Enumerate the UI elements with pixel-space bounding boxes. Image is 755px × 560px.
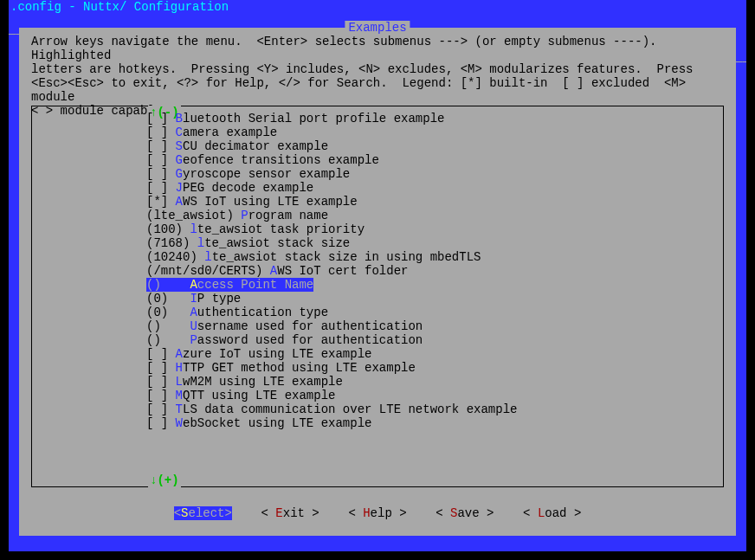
hotkey-char: E xyxy=(275,506,282,520)
menu-item[interactable]: () Password used for authentication xyxy=(32,333,723,347)
button-label: Exit xyxy=(268,506,312,520)
item-label: Program name xyxy=(241,209,328,222)
item-prefix: [ ] xyxy=(146,402,176,416)
hotkey-char: H xyxy=(176,361,183,375)
item-prefix: (100) xyxy=(146,222,190,236)
item-label: Camera example xyxy=(176,126,278,139)
item-prefix: [ ] xyxy=(146,181,176,195)
button-label: Help xyxy=(356,506,399,520)
item-label: WebSocket using LTE example xyxy=(176,416,372,430)
item-prefix: (lte_awsiot) xyxy=(146,209,241,222)
menu-item[interactable]: (7168) lte_awsiot stack size xyxy=(32,236,723,250)
menu-item[interactable]: [ ] WebSocket using LTE example xyxy=(32,416,723,430)
item-prefix: (7168) xyxy=(146,236,197,250)
hotkey-char: B xyxy=(176,112,183,126)
select-button[interactable]: <Select> xyxy=(174,506,232,520)
item-label: SCU decimator example xyxy=(176,139,328,153)
item-prefix: [ ] xyxy=(146,167,176,181)
button-label: Save xyxy=(443,506,487,520)
menu-item[interactable]: [ ] JPEG decode example xyxy=(32,181,723,195)
item-rest: eofence transitions example xyxy=(183,153,379,167)
angle-left-icon: < xyxy=(436,506,442,520)
angle-right-icon: > xyxy=(225,506,232,520)
load-button[interactable]: < Load > xyxy=(523,506,581,520)
menu-item[interactable]: [ ] SCU decimator example xyxy=(32,139,723,153)
menu-item[interactable]: () Access Point Name xyxy=(32,278,723,292)
menu-item[interactable]: [ ] Azure IoT using LTE example xyxy=(32,347,723,361)
scroll-down-indicator: ↓(+) xyxy=(148,473,181,487)
menu-item[interactable]: [ ] LwM2M using LTE example xyxy=(32,375,723,389)
item-label: AWS IoT using LTE example xyxy=(176,195,358,209)
item-label: Password used for authentication xyxy=(190,333,423,347)
menu-item[interactable]: [ ] Gyroscope sensor example xyxy=(32,167,723,181)
item-label: AWS IoT cert folder xyxy=(270,264,409,278)
menu-list: ↑(-) [ ] Bluetooth Serial port profile e… xyxy=(31,106,724,487)
item-prefix: [ ] xyxy=(146,375,176,389)
help-button[interactable]: < Help > xyxy=(348,506,406,520)
item-label: IP type xyxy=(190,292,241,306)
menu-item[interactable]: [*] AWS IoT using LTE example xyxy=(32,195,723,209)
item-rest: QTT using LTE example xyxy=(183,389,335,402)
item-prefix: [ ] xyxy=(146,416,176,430)
menu-item[interactable]: [ ] Geofence transitions example xyxy=(32,153,723,167)
hotkey-char: S xyxy=(176,139,183,153)
menu-item[interactable]: (0) Authentication type xyxy=(32,306,723,319)
item-label: Geofence transitions example xyxy=(176,153,379,167)
item-prefix: [ ] xyxy=(146,389,176,402)
item-prefix: [ ] xyxy=(146,139,176,153)
hotkey-char: M xyxy=(176,389,183,402)
item-label: Bluetooth Serial port profile example xyxy=(176,112,445,126)
item-rest: P type xyxy=(197,292,241,306)
terminal-screen: .config - Nuttx/ Configuration ── → Appl… xyxy=(9,0,746,551)
item-rest: yroscope sensor example xyxy=(183,167,350,181)
menu-item[interactable]: [ ] Bluetooth Serial port profile exampl… xyxy=(32,112,723,126)
item-rest: PEG decode example xyxy=(183,181,313,195)
item-prefix: [ ] xyxy=(146,153,176,167)
save-button[interactable]: < Save > xyxy=(436,506,494,520)
hotkey-char: T xyxy=(176,402,183,416)
hotkey-char: P xyxy=(241,209,248,222)
item-label: lte_awsiot stack size xyxy=(197,236,350,250)
menu-item[interactable]: (/mnt/sd0/CERTS) AWS IoT cert folder xyxy=(32,264,723,278)
item-label: LwM2M using LTE example xyxy=(176,375,343,389)
hotkey-char: G xyxy=(176,167,183,181)
menu-item[interactable]: (100) lte_awsiot task priority xyxy=(32,222,723,236)
hotkey-char: G xyxy=(176,153,183,167)
item-rest: ccess Point Name xyxy=(197,278,313,292)
item-label: Azure IoT using LTE example xyxy=(176,347,372,361)
angle-left-icon: < xyxy=(261,506,268,520)
panel-title: Examples xyxy=(345,21,410,35)
hotkey-char: P xyxy=(190,333,197,347)
menu-item[interactable]: [ ] TLS data communication over LTE netw… xyxy=(32,402,723,416)
exit-button[interactable]: < Exit > xyxy=(261,506,319,520)
item-label: HTTP GET method using LTE example xyxy=(176,361,416,375)
item-label: TLS data communication over LTE network … xyxy=(176,402,518,416)
item-label: Username used for authentication xyxy=(190,319,423,333)
item-rest: zure IoT using LTE example xyxy=(183,347,371,361)
item-rest: CU decimator example xyxy=(183,139,328,153)
menu-item[interactable]: () Username used for authentication xyxy=(32,319,723,333)
menu-item[interactable]: [ ] MQTT using LTE example xyxy=(32,389,723,402)
hotkey-char: I xyxy=(190,292,197,306)
hotkey-char: C xyxy=(176,126,183,139)
item-label: MQTT using LTE example xyxy=(176,389,336,402)
hotkey-char: A xyxy=(270,264,277,278)
hotkey-char: L xyxy=(176,375,183,389)
hotkey-char: A xyxy=(190,278,197,292)
menu-item[interactable]: (lte_awsiot) Program name xyxy=(32,209,723,222)
menu-item[interactable]: [ ] Camera example xyxy=(32,126,723,139)
hotkey-char: l xyxy=(197,236,204,250)
item-label: JPEG decode example xyxy=(176,181,314,195)
item-rest: amera example xyxy=(183,126,277,139)
menu-item[interactable]: (10240) lte_awsiot stack size in using m… xyxy=(32,250,723,264)
menu-item[interactable]: (0) IP type xyxy=(32,292,723,306)
item-prefix: [ ] xyxy=(146,112,176,126)
item-rest: WS IoT cert folder xyxy=(277,264,408,278)
angle-left-icon: < xyxy=(348,506,355,520)
angle-right-icon: > xyxy=(399,506,406,520)
panel: Examples Arrow keys navigate the menu. <… xyxy=(19,28,736,536)
menu-item[interactable]: [ ] HTTP GET method using LTE example xyxy=(32,361,723,375)
hotkey-char: l xyxy=(204,250,211,264)
item-prefix: (10240) xyxy=(146,250,204,264)
item-rest: wM2M using LTE example xyxy=(183,375,343,389)
